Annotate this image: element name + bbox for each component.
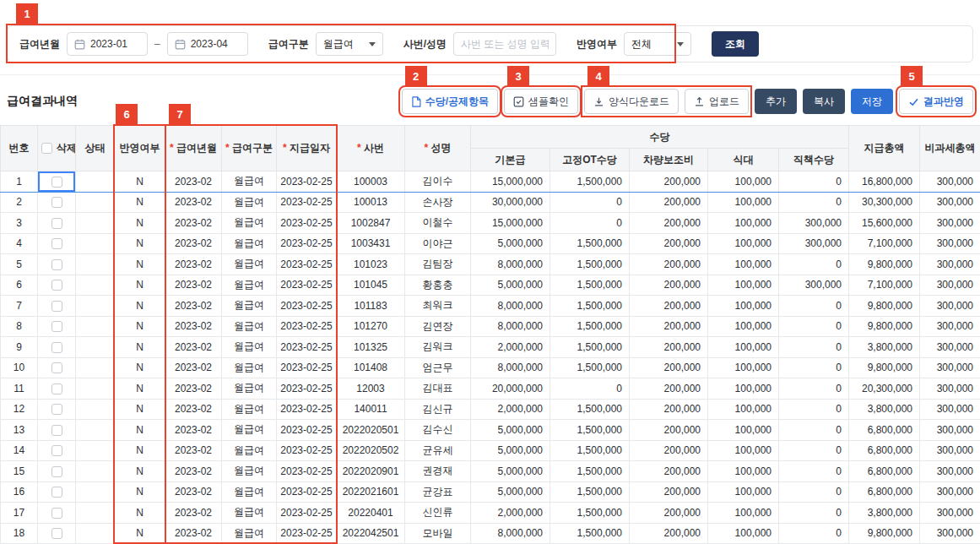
table-row[interactable]: 6N2023-02월급여2023-02-25101045황홍충5,000,000… xyxy=(1,275,980,296)
cell-emp_no: 100013 xyxy=(337,192,405,213)
cell-emp_no: 2022020502 xyxy=(337,440,405,461)
row-delete-checkbox[interactable] xyxy=(51,466,62,477)
search-button[interactable]: 조회 xyxy=(712,31,759,57)
row-delete-cell[interactable] xyxy=(38,171,76,193)
cell-vehicle_subsidy: 200,000 xyxy=(630,192,708,213)
table-row[interactable]: 16N2023-02월급여2023-02-252022021601균강표5,00… xyxy=(1,481,980,503)
row-delete-cell[interactable] xyxy=(38,233,76,254)
row-delete-cell[interactable] xyxy=(38,399,76,420)
row-delete-cell[interactable] xyxy=(38,481,76,503)
cell-reflect: N xyxy=(115,420,165,441)
col-header-reflect: 반영여부 xyxy=(115,126,165,171)
row-delete-cell[interactable] xyxy=(38,378,76,400)
row-delete-cell[interactable] xyxy=(38,523,76,544)
cell-total_payment: 20,300,000 xyxy=(849,378,920,400)
row-delete-checkbox[interactable] xyxy=(51,425,62,436)
calendar-icon xyxy=(74,39,85,50)
copy-button[interactable]: 복사 xyxy=(803,89,845,114)
cell-meal_allowance: 100,000 xyxy=(708,440,779,461)
row-delete-checkbox[interactable] xyxy=(51,404,62,415)
row-delete-cell[interactable] xyxy=(38,296,76,317)
table-row[interactable]: 12N2023-02월급여2023-02-25140011김신규2,000,00… xyxy=(1,399,980,420)
row-delete-checkbox[interactable] xyxy=(51,280,62,291)
cell-pay_month: 2023-02 xyxy=(165,192,222,213)
table-row[interactable]: 3N2023-02월급여2023-02-251002847이철수15,000,0… xyxy=(1,213,980,234)
pay-month-from-input[interactable]: 2023-01 xyxy=(67,32,148,56)
table-row[interactable]: 18N2023-02월급여2023-02-252022042501모바일8,00… xyxy=(1,523,980,544)
row-delete-checkbox[interactable] xyxy=(51,321,62,332)
template-download-button[interactable]: 양식다운로드 xyxy=(584,89,679,114)
row-delete-cell[interactable] xyxy=(38,254,76,275)
cell-nontaxable_total: 300,000 xyxy=(920,275,980,296)
row-delete-cell[interactable] xyxy=(38,503,76,524)
cell-meal_allowance: 100,000 xyxy=(708,503,779,524)
cell-base_pay: 5,000,000 xyxy=(471,420,550,441)
allowance-deduction-button[interactable]: 수당/공제항목 xyxy=(402,89,498,114)
table-row[interactable]: 9N2023-02월급여2023-02-25101325김워크2,000,000… xyxy=(1,337,980,358)
cell-name: 균유세 xyxy=(405,440,471,461)
row-delete-cell[interactable] xyxy=(38,461,76,482)
row-delete-checkbox[interactable] xyxy=(51,445,62,456)
row-delete-checkbox[interactable] xyxy=(51,301,62,312)
cell-meal_allowance: 100,000 xyxy=(708,461,779,482)
row-delete-checkbox[interactable] xyxy=(51,528,62,539)
table-row[interactable]: 11N2023-02월급여2023-02-2512003김대표20,000,00… xyxy=(1,378,980,400)
row-delete-cell[interactable] xyxy=(38,275,76,296)
select-all-checkbox[interactable] xyxy=(41,143,52,154)
sample-check-button[interactable]: 샘플확인 xyxy=(504,89,578,114)
row-delete-checkbox[interactable] xyxy=(51,259,62,270)
row-delete-checkbox[interactable] xyxy=(51,238,62,249)
cell-emp_no: 2022021601 xyxy=(337,481,405,503)
save-button[interactable]: 저장 xyxy=(851,89,893,114)
cell-vehicle_subsidy: 200,000 xyxy=(630,440,708,461)
reflect-select[interactable]: 전체 xyxy=(624,32,691,56)
cell-pay_month: 2023-02 xyxy=(165,440,222,461)
pay-type-select[interactable]: 월급여 xyxy=(316,32,383,56)
cell-emp_no: 140011 xyxy=(337,399,405,420)
table-row[interactable]: 8N2023-02월급여2023-02-25101270김연장8,000,000… xyxy=(1,316,980,337)
apply-result-button[interactable]: 결과반영 xyxy=(899,89,973,114)
cell-name: 엄근무 xyxy=(405,357,471,378)
row-delete-checkbox[interactable] xyxy=(51,197,62,208)
table-row[interactable]: 5N2023-02월급여2023-02-25101023김팀장8,000,000… xyxy=(1,254,980,275)
row-delete-cell[interactable] xyxy=(38,357,76,378)
col-header-no: 번호 xyxy=(1,126,38,171)
cell-base_pay: 5,000,000 xyxy=(471,440,550,461)
row-delete-checkbox[interactable] xyxy=(51,487,62,498)
row-delete-checkbox[interactable] xyxy=(51,384,62,394)
row-delete-cell[interactable] xyxy=(38,440,76,461)
row-delete-checkbox[interactable] xyxy=(51,362,62,373)
cell-nontaxable_total: 300,000 xyxy=(920,316,980,337)
table-row[interactable]: 15N2023-02월급여2023-02-252022020901권경재5,00… xyxy=(1,461,980,482)
cell-no: 13 xyxy=(1,420,38,441)
table-row[interactable]: 14N2023-02월급여2023-02-252022020502균유세5,00… xyxy=(1,440,980,461)
add-button[interactable]: 추가 xyxy=(755,89,797,114)
chevron-down-icon xyxy=(677,42,684,46)
table-row[interactable]: 17N2023-02월급여2023-02-2520220401신인류2,000,… xyxy=(1,503,980,524)
table-row[interactable]: 2N2023-02월급여2023-02-25100013손사장30,000,00… xyxy=(1,192,980,213)
cell-fixed_ot: 1,500,000 xyxy=(550,254,630,275)
row-delete-cell[interactable] xyxy=(38,337,76,358)
pay-month-to-input[interactable]: 2023-04 xyxy=(167,32,248,56)
table-row[interactable]: 4N2023-02월급여2023-02-251003431이야근5,000,00… xyxy=(1,233,980,254)
table-row[interactable]: 10N2023-02월급여2023-02-25101408엄근무8,000,00… xyxy=(1,357,980,378)
row-delete-checkbox[interactable] xyxy=(51,218,62,229)
emp-search-input[interactable] xyxy=(453,32,556,56)
cell-vehicle_subsidy: 200,000 xyxy=(630,296,708,317)
row-delete-cell[interactable] xyxy=(38,316,76,337)
cell-name: 신인류 xyxy=(405,503,471,524)
row-delete-cell[interactable] xyxy=(38,192,76,213)
row-delete-cell[interactable] xyxy=(38,213,76,234)
cell-pay_type: 월급여 xyxy=(222,275,277,296)
table-row[interactable]: 7N2023-02월급여2023-02-25101183최워크8,000,000… xyxy=(1,296,980,317)
cell-meal_allowance: 100,000 xyxy=(708,337,779,358)
table-row[interactable]: 13N2023-02월급여2023-02-252022020501김수신5,00… xyxy=(1,420,980,441)
row-delete-checkbox[interactable] xyxy=(51,508,62,519)
upload-button[interactable]: 업로드 xyxy=(685,89,749,114)
row-delete-cell[interactable] xyxy=(38,420,76,441)
row-delete-checkbox[interactable] xyxy=(51,342,62,353)
section-divider xyxy=(0,74,980,75)
table-row[interactable]: 1N2023-02월급여2023-02-25100003김이수15,000,00… xyxy=(1,171,980,193)
cell-no: 2 xyxy=(1,192,38,213)
row-delete-checkbox[interactable] xyxy=(51,177,62,188)
